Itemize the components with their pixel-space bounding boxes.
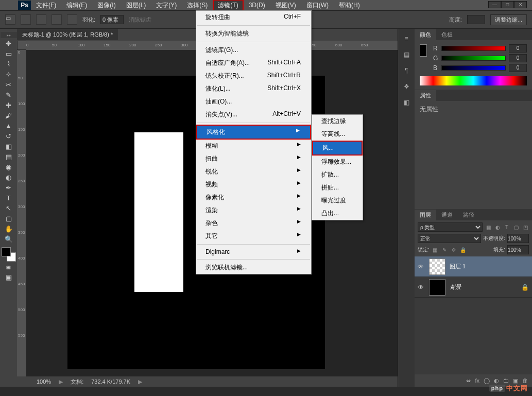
menu-solarize[interactable]: 曝光过度 [312,194,363,207]
menu-type[interactable]: 文字(Y) [151,0,182,11]
menu-adaptive-wide[interactable]: 自适应广角(A)...Shift+Ctrl+A [196,57,311,70]
menu-filter[interactable]: 滤镜(T) [213,0,243,11]
path-select-tool-icon[interactable]: ↖ [3,203,15,213]
fg-color-swatch[interactable] [2,247,11,256]
layer-group-icon[interactable]: 🗀 [503,377,509,384]
maximize-button[interactable]: □ [501,1,514,8]
menu-find-edges[interactable]: 查找边缘 [312,115,363,128]
menu-stylize[interactable]: 风格化 [196,125,311,140]
zoom-level[interactable]: 100% [37,378,51,385]
layer-adjust-icon[interactable]: ◐ [494,377,499,384]
antialias-label[interactable]: 消除锯齿 [129,16,151,24]
char-panel-icon[interactable]: ▤ [400,48,413,61]
layer-filter-select[interactable]: ρ 类型 [418,222,483,232]
menu-last-filter[interactable]: 旋转扭曲Ctrl+F [196,11,311,24]
menu-lens-correction[interactable]: 镜头校正(R)...Shift+Ctrl+R [196,70,311,82]
tab-paths[interactable]: 路径 [458,210,479,220]
menu-distort[interactable]: 扭曲 [196,152,311,165]
layer-row[interactable]: 👁 背景 🔒 [415,277,532,298]
visibility-icon[interactable]: 👁 [418,263,425,270]
sel-add-icon[interactable] [36,14,46,25]
dodge-tool-icon[interactable]: ◐ [3,172,15,182]
feather-input[interactable] [100,15,124,24]
menu-sharpen[interactable]: 锐化 [196,165,311,178]
hand-tool-icon[interactable]: ✋ [3,223,15,234]
link-layers-icon[interactable]: ⇔ [466,377,471,384]
stamp-tool-icon[interactable]: ▲ [3,120,15,131]
menu-diffuse[interactable]: 扩散... [312,168,363,181]
b-value[interactable]: 0 [509,64,527,72]
sel-intersect-icon[interactable] [67,14,77,25]
b-slider[interactable] [441,65,506,71]
menu-wind[interactable]: 风... [312,141,363,156]
filter-smart-icon[interactable]: ◳ [522,223,529,231]
r-value[interactable]: 0 [509,44,527,53]
swatch-panel-icon[interactable]: ◧ [400,96,413,109]
layer-content[interactable] [134,132,183,292]
history-brush-tool-icon[interactable]: ↺ [3,131,15,141]
eyedropper-tool-icon[interactable]: ✎ [3,90,15,100]
menu-vanishing-point[interactable]: 消失点(V)...Alt+Ctrl+V [196,108,311,121]
menu-filter-gallery[interactable]: 滤镜库(G)... [196,44,311,57]
move-tool-icon[interactable]: ✥ [3,38,15,48]
tab-properties[interactable]: 属性 [415,90,436,101]
layer-name[interactable]: 背景 [450,283,461,291]
menu-other[interactable]: 其它 [196,230,311,243]
layer-mask-icon[interactable]: ◯ [484,377,490,384]
r-slider[interactable] [441,46,506,51]
layer-name[interactable]: 图层 1 [450,263,466,270]
lasso-tool-icon[interactable]: ⌇ [3,59,15,69]
opacity-input[interactable] [507,234,529,243]
blur-tool-icon[interactable]: ◉ [3,162,15,172]
filter-type-icon[interactable]: T [503,223,510,231]
layer-fx-icon[interactable]: fx [475,377,479,384]
menu-pixelate[interactable]: 像素化 [196,191,311,204]
layer-row[interactable]: 👁 图层 1 [415,256,532,277]
wand-tool-icon[interactable]: ✧ [3,69,15,79]
fill-input[interactable] [507,245,529,254]
filter-shape-icon[interactable]: ▢ [512,223,520,231]
lock-pixel-icon[interactable]: ✎ [441,246,448,253]
menu-blur[interactable]: 模糊 [196,140,311,152]
menu-render[interactable]: 渲染 [196,204,311,217]
tab-color[interactable]: 颜色 [415,29,436,40]
menu-help[interactable]: 帮助(H) [334,0,365,11]
ruler-vertical[interactable]: 050100150200250300350400450500550 [17,50,26,376]
menu-emboss[interactable]: 浮雕效果... [312,156,363,168]
menu-browse-online[interactable]: 浏览联机滤镜... [196,261,311,274]
history-panel-icon[interactable]: ≡ [400,32,413,45]
close-button[interactable]: ✕ [514,1,527,8]
lock-trans-icon[interactable]: ▦ [432,246,439,253]
para-panel-icon[interactable]: ¶ [400,64,413,77]
delete-layer-icon[interactable]: 🗑 [522,377,528,384]
screenmode-icon[interactable]: ▣ [3,272,15,282]
menu-video[interactable]: 视频 [196,178,311,191]
layer-thumbnail[interactable] [429,279,445,296]
tab-layers[interactable]: 图层 [415,210,436,220]
ruler-origin[interactable] [17,41,26,50]
menu-file[interactable]: 文件(F) [31,0,61,11]
menu-image[interactable]: 图像(I) [92,0,121,11]
menu-oil-paint[interactable]: 油画(O)... [196,95,311,108]
minimize-button[interactable]: — [488,1,501,8]
shape-tool-icon[interactable]: ▢ [3,213,15,223]
toolbox-collapse-icon[interactable]: ▸▸ [1,32,17,38]
filter-pixel-icon[interactable]: ▦ [485,223,492,231]
menu-edit[interactable]: 编辑(E) [61,0,92,11]
panel-fg-swatch[interactable] [420,44,427,57]
zoom-tool-icon[interactable]: 🔍 [3,234,15,244]
filter-adjust-icon[interactable]: ◐ [494,223,501,231]
new-layer-icon[interactable]: ▣ [513,377,518,384]
visibility-icon[interactable]: 👁 [418,284,425,291]
marquee-tool-icon[interactable]: ▭ [3,48,15,59]
refine-edge-button[interactable]: 调整边缘... [490,14,527,25]
sel-sub-icon[interactable] [52,14,62,25]
layer-thumbnail[interactable] [429,259,445,275]
tool-preset-icon[interactable]: ▭ [5,14,15,25]
menu-layer[interactable]: 图层(L) [121,0,151,11]
tab-swatches[interactable]: 色板 [436,29,458,40]
menu-select[interactable]: 选择(S) [182,0,213,11]
eraser-tool-icon[interactable]: ◧ [3,141,15,151]
sel-new-icon[interactable] [21,14,31,25]
menu-convert-smart[interactable]: 转换为智能滤镜 [196,27,311,40]
